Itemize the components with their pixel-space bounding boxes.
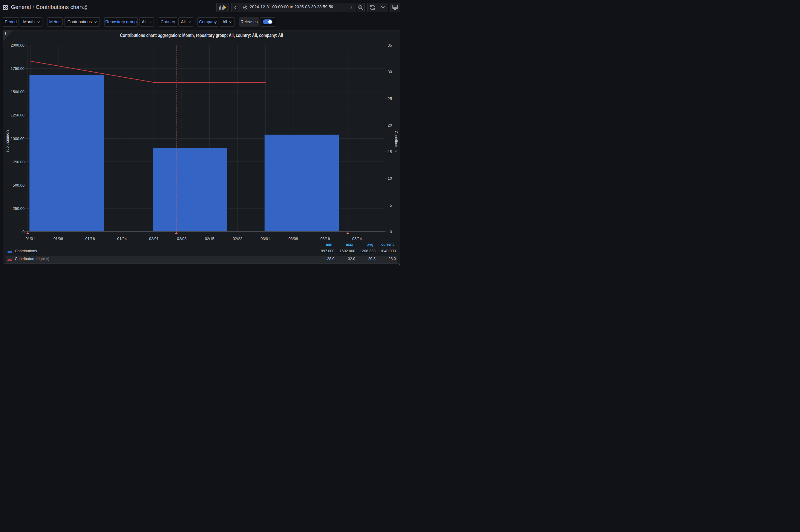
svg-text:250.00: 250.00 (13, 206, 24, 211)
svg-text:30: 30 (388, 70, 392, 74)
svg-text:2000.00: 2000.00 (11, 43, 24, 48)
svg-text:02/08: 02/08 (177, 236, 186, 241)
svg-text:10: 10 (388, 176, 392, 180)
svg-text:03/24: 03/24 (352, 236, 362, 241)
svg-text:500.00: 500.00 (13, 183, 24, 188)
svg-text:1000.00: 1000.00 (11, 136, 24, 141)
svg-text:02/22: 02/22 (233, 236, 242, 241)
svg-text:750.00: 750.00 (13, 160, 24, 164)
svg-text:01/24: 01/24 (117, 236, 127, 241)
svg-text:02/01: 02/01 (149, 236, 159, 241)
svg-text:Contributions: Contributions (6, 130, 10, 152)
svg-text:01/01: 01/01 (26, 236, 35, 241)
svg-text:02/15: 02/15 (205, 236, 215, 241)
svg-text:01/08: 01/08 (54, 236, 63, 241)
svg-text:0: 0 (390, 230, 392, 234)
svg-text:01/16: 01/16 (86, 236, 95, 241)
svg-text:20: 20 (388, 123, 392, 128)
svg-text:0: 0 (22, 230, 24, 234)
svg-text:1750.00: 1750.00 (11, 66, 24, 71)
svg-text:25: 25 (388, 96, 392, 101)
svg-text:15: 15 (388, 150, 392, 154)
svg-text:1250.00: 1250.00 (11, 113, 24, 117)
svg-text:03/01: 03/01 (260, 236, 270, 241)
svg-text:1500.00: 1500.00 (11, 90, 24, 94)
svg-text:Contributors: Contributors (394, 131, 398, 152)
svg-text:03/16: 03/16 (320, 236, 330, 241)
svg-text:5: 5 (390, 203, 392, 208)
svg-text:03/08: 03/08 (289, 236, 298, 241)
svg-text:35: 35 (388, 43, 392, 48)
